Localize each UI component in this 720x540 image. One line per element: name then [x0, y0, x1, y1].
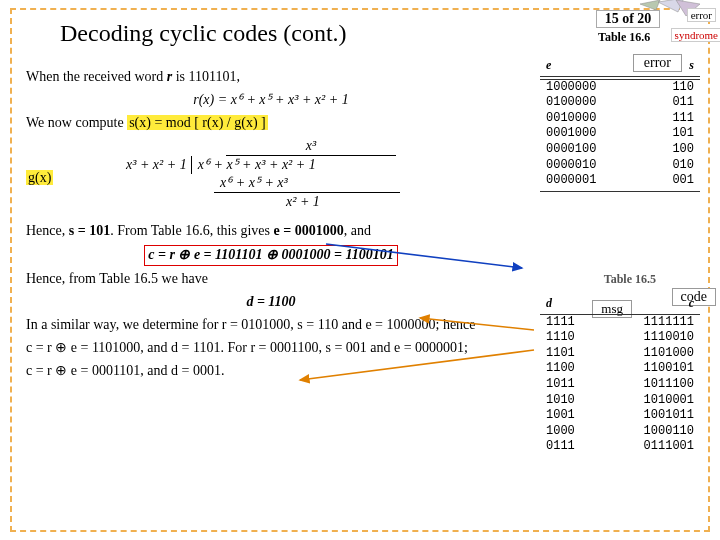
received-word-line: When the received word r is 1101101, [26, 68, 516, 87]
table-row: 0000010010 [540, 158, 700, 174]
table-165-label: Table 16.5 [604, 272, 656, 287]
table-row: 11001100101 [540, 361, 700, 377]
divisor: x³ + x² + 1 [126, 156, 192, 174]
table-16-6: e s 1000000110 0100000011 0010000111 000… [540, 58, 700, 192]
slide-body: When the received word r is 1101101, r(x… [26, 64, 516, 385]
compute-line: We now compute s(x) = mod [ r(x) / g(x) … [26, 114, 516, 133]
c-formula-redbox: c = r ⊕ e = 1101101 ⊕ 0001000 = 1100101 [144, 245, 398, 266]
syndrome-header-tag: syndrome [671, 28, 720, 42]
similar-line-2: c = r ⊕ e = 1101000, and d = 1101. For r… [26, 339, 516, 358]
d-formula: d = 1100 [26, 293, 516, 312]
error-header-tag: error [687, 8, 716, 22]
table-row: 10001000110 [540, 424, 700, 440]
table-row: 10101010001 [540, 393, 700, 409]
t165-col-d: d [546, 296, 552, 312]
hence-165-line: Hence, from Table 16.5 we have [26, 270, 516, 289]
table-row: 10111011100 [540, 377, 700, 393]
remainder: x² + 1 [286, 193, 406, 211]
table-row: 10011001011 [540, 408, 700, 424]
table-row: 0001000101 [540, 126, 700, 142]
table-row: 01110111001 [540, 439, 700, 455]
table-row: 0100000011 [540, 95, 700, 111]
rx-polynomial: r(x) = x⁶ + x⁵ + x³ + x² + 1 [26, 91, 516, 110]
similar-line-1: In a similar way, we determine for r = 0… [26, 316, 516, 335]
table-row: 11111111111 [540, 315, 700, 331]
table-row: 11101110010 [540, 330, 700, 346]
table-row: 0000001001 [540, 173, 700, 189]
similar-line-3: c = r ⊕ e = 0001101, and d = 0001. [26, 362, 516, 381]
table-row: 11011101000 [540, 346, 700, 362]
polynomial-long-division: x³ x³ + x² + 1 x⁶ + x⁵ + x³ + x² + 1 x⁶ … [126, 137, 406, 212]
quotient: x³ [226, 137, 396, 156]
table-row: 0000100100 [540, 142, 700, 158]
table-row: 0010000111 [540, 111, 700, 127]
sx-formula-highlight: s(x) = mod [ r(x) / g(x) ] [127, 115, 268, 130]
t166-col-e: e [546, 58, 551, 74]
slide-title: Decoding cyclic codes (cont.) [60, 20, 347, 47]
dividend: x⁶ + x⁵ + x³ + x² + 1 [192, 156, 316, 174]
subtraction-step: x⁶ + x⁵ + x³ [214, 174, 400, 193]
c-formula: c = r ⊕ e = 1101101 ⊕ 0001000 = 1100101 [26, 245, 516, 266]
table-16-5: d c 11111111111 11101110010 11011101000 … [540, 296, 700, 455]
t166-col-s: s [689, 58, 694, 74]
t165-col-c: c [689, 296, 694, 312]
svg-marker-0 [640, 0, 660, 10]
table-row: 1000000110 [540, 80, 700, 96]
hence-s-line: Hence, s = 101. From Table 16.6, this gi… [26, 222, 516, 241]
page-indicator: 15 of 20 [596, 10, 660, 28]
